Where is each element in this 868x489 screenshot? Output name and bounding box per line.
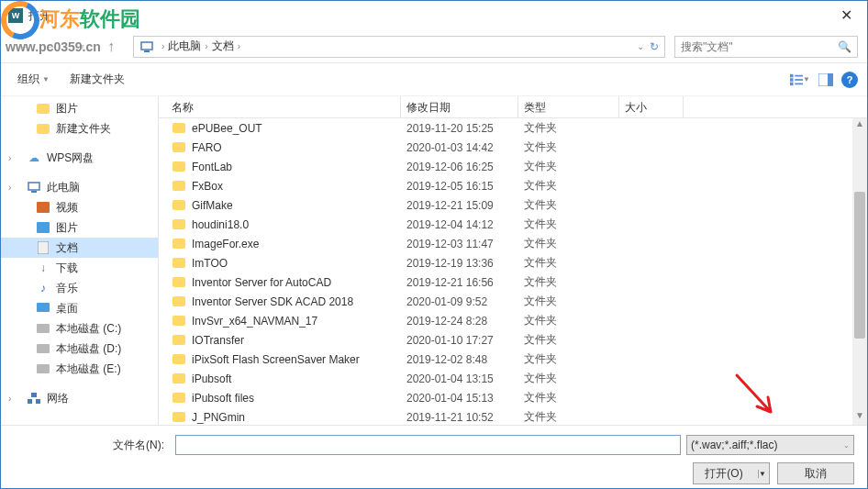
svg-rect-11	[31, 191, 37, 193]
titlebar: W 打开 ✕	[1, 1, 867, 30]
breadcrumb-current[interactable]: 文档	[212, 39, 234, 54]
file-row[interactable]: FARO2020-01-03 14:42文件夹	[159, 138, 867, 157]
disk-icon	[36, 341, 50, 356]
column-type[interactable]: 类型	[518, 96, 619, 117]
folder-icon	[172, 179, 186, 194]
file-row[interactable]: houdini18.02019-12-04 14:12文件夹	[159, 215, 867, 234]
new-folder-button[interactable]: 新建文件夹	[62, 68, 132, 91]
music-icon: ♪	[36, 281, 50, 295]
file-row[interactable]: ImageFor.exe2019-12-03 11:47文件夹	[159, 234, 867, 253]
disk-icon	[36, 361, 50, 376]
sidebar-item[interactable]: 新建文件夹	[1, 118, 158, 139]
folder-icon	[172, 372, 186, 386]
organize-button[interactable]: 组织 ▼	[10, 68, 57, 91]
window-title: 打开	[28, 8, 50, 24]
search-box[interactable]: 🔍	[674, 36, 858, 58]
scroll-up-icon[interactable]: ▲	[852, 118, 867, 133]
folder-icon	[172, 410, 186, 425]
sidebar-item[interactable]: ›网络	[1, 388, 158, 408]
folder-icon	[172, 391, 186, 406]
chevron-down-icon: ▼	[803, 75, 810, 83]
breadcrumb-bar[interactable]: › 此电脑 › 文档 › ⌄ ↻	[133, 36, 665, 58]
file-row[interactable]: ImTOO2019-12-19 13:36文件夹	[159, 253, 867, 272]
sidebar-item[interactable]: 桌面	[1, 298, 158, 318]
folder-icon	[172, 217, 186, 232]
up-button[interactable]: ↑	[98, 34, 124, 60]
toolbar: 组织 ▼ 新建文件夹 ▼ ?	[1, 63, 867, 96]
file-row[interactable]: iPubsoft2020-01-04 13:15文件夹	[159, 369, 867, 388]
forward-button[interactable]: →	[39, 34, 65, 60]
filetype-select[interactable]: (*.wav;*.aiff;*.flac) ⌄	[686, 435, 854, 455]
scroll-down-icon[interactable]: ▼	[852, 410, 867, 425]
folder-icon	[172, 314, 186, 328]
sidebar-item[interactable]: ›☁WPS网盘	[1, 148, 158, 168]
refresh-icon[interactable]: ↻	[650, 40, 659, 53]
svg-rect-6	[790, 82, 794, 85]
sidebar-item[interactable]: ›此电脑	[1, 177, 158, 197]
file-row[interactable]: IOTransfer2020-01-10 17:27文件夹	[159, 330, 867, 350]
view-list-icon[interactable]: ▼	[790, 72, 810, 88]
open-button[interactable]: 打开(O) ▼	[693, 462, 770, 484]
folder-icon	[36, 121, 50, 136]
column-name[interactable]: 名称	[166, 96, 401, 117]
scroll-thumb[interactable]	[854, 192, 865, 339]
preview-pane-icon[interactable]	[816, 72, 836, 88]
svg-rect-12	[37, 202, 50, 213]
filename-label: 文件名(N):	[14, 438, 170, 453]
sidebar-item[interactable]: ↓下载	[1, 258, 158, 278]
scrollbar[interactable]: ▲ ▼	[852, 118, 867, 425]
search-icon[interactable]: 🔍	[838, 40, 851, 53]
sidebar-item[interactable]: 本地磁盘 (C:)	[1, 318, 158, 339]
pc-icon	[27, 180, 41, 194]
sidebar-item[interactable]: 文档	[1, 238, 158, 258]
sidebar-item[interactable]: 视频	[1, 197, 158, 217]
file-row[interactable]: FxBox2019-12-05 16:15文件夹	[159, 176, 867, 195]
folder-icon	[172, 198, 186, 213]
sidebar-item[interactable]: 本地磁盘 (E:)	[1, 359, 158, 379]
file-row[interactable]: ePUBee_OUT2019-11-20 15:25文件夹	[159, 118, 867, 138]
file-list: ePUBee_OUT2019-11-20 15:25文件夹FARO2020-01…	[159, 118, 867, 425]
svg-rect-2	[790, 73, 794, 77]
file-row[interactable]: J_PNGmin2019-11-21 10:52文件夹	[159, 407, 867, 425]
folder-icon	[172, 121, 186, 136]
file-row[interactable]: iPixSoft Flash ScreenSaver Maker2019-12-…	[159, 350, 867, 369]
back-button[interactable]: ←	[10, 34, 36, 60]
sidebar-item[interactable]: 本地磁盘 (D:)	[1, 339, 158, 359]
cancel-button[interactable]: 取消	[777, 462, 854, 484]
folder-icon	[172, 333, 186, 348]
breadcrumb-root[interactable]: 此电脑	[168, 39, 201, 54]
sidebar: 图片新建文件夹›☁WPS网盘›此电脑视频图片文档↓下载♪音乐桌面本地磁盘 (C:…	[1, 96, 159, 425]
folder-icon	[172, 160, 186, 174]
file-row[interactable]: FontLab2019-12-06 16:25文件夹	[159, 157, 867, 176]
chevron-down-icon: ⌄	[843, 441, 850, 450]
svg-rect-18	[36, 399, 40, 404]
svg-rect-10	[28, 183, 39, 190]
sidebar-item[interactable]: ♪音乐	[1, 278, 158, 298]
file-row[interactable]: iPubsoft files2020-01-04 15:13文件夹	[159, 388, 867, 407]
filename-input[interactable]	[175, 435, 681, 455]
svg-rect-15	[37, 303, 50, 312]
search-input[interactable]	[681, 40, 838, 53]
svg-rect-17	[28, 399, 32, 404]
breadcrumb-dropdown[interactable]: ⌄	[637, 41, 644, 51]
column-date[interactable]: 修改日期	[401, 96, 518, 117]
svg-rect-3	[795, 74, 803, 76]
file-row[interactable]: Inventor Server SDK ACAD 20182020-01-09 …	[159, 292, 867, 311]
file-row[interactable]: InvSvr_x64_NAVMAN_172019-12-24 8:28文件夹	[159, 311, 867, 330]
sidebar-item[interactable]: 图片	[1, 217, 158, 238]
doc-icon	[36, 240, 50, 255]
column-headers: 名称 修改日期 类型 大小	[159, 96, 867, 118]
close-button[interactable]: ✕	[826, 1, 867, 28]
help-icon[interactable]: ?	[841, 72, 858, 88]
recent-dropdown[interactable]: ▾	[69, 34, 95, 60]
svg-rect-13	[37, 222, 50, 233]
file-row[interactable]: GifMake2019-12-21 15:09文件夹	[159, 195, 867, 215]
folder-icon	[172, 256, 186, 271]
sidebar-item[interactable]: 图片	[1, 98, 158, 118]
chevron-down-icon: ▼	[42, 75, 50, 83]
column-size[interactable]: 大小	[619, 96, 684, 117]
desktop-icon	[36, 301, 50, 316]
file-row[interactable]: Inventor Server for AutoCAD2019-12-21 16…	[159, 272, 867, 292]
svg-rect-14	[38, 241, 49, 254]
chevron-right-icon: ›	[205, 41, 207, 51]
